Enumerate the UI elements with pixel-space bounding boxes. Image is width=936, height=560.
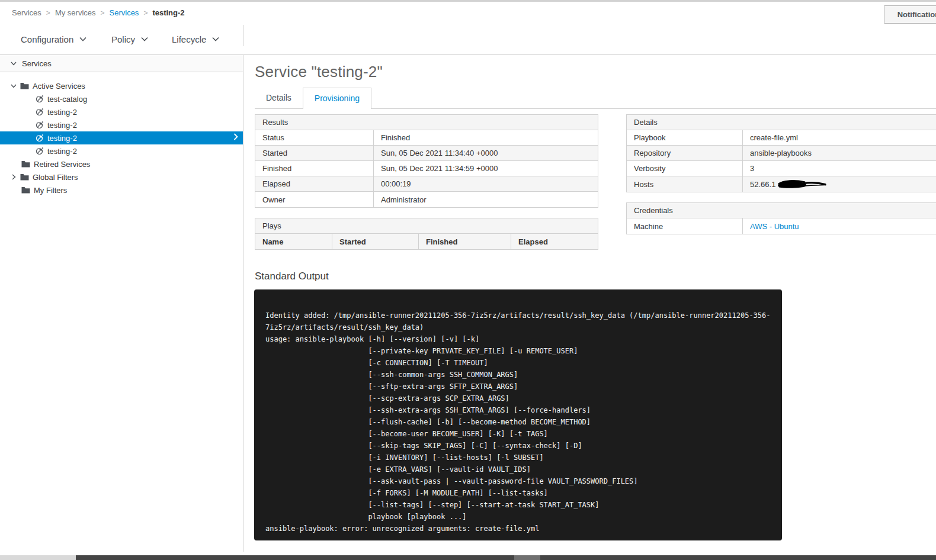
terminal-line: 7iz5rz/artifacts/result/ssh_key_data)	[265, 321, 771, 333]
folder-icon	[20, 82, 29, 89]
table-row: Verbosity 3	[627, 161, 936, 176]
terminal-line: [--ssh-extra-args SSH_EXTRA_ARGS] [--for…	[265, 404, 771, 416]
breadcrumb-separator: >	[143, 9, 148, 17]
row-value: 52.66.1	[743, 176, 936, 192]
column-header-elapsed: Elapsed	[511, 234, 598, 249]
row-value: Finished	[374, 130, 598, 145]
row-value: 3	[743, 161, 936, 176]
tree-item-label: testing-2	[47, 121, 77, 130]
configuration-menu-label: Configuration	[21, 34, 73, 44]
folder-icon	[21, 186, 30, 194]
tree-item-label: testing-2	[47, 147, 77, 156]
column-header-name: Name	[255, 234, 332, 249]
tree-item-testing-2-selected[interactable]: testing-2	[0, 131, 243, 144]
terminal-line: [-c CONNECTION] [-T TIMEOUT]	[265, 357, 771, 369]
column-header-started: Started	[332, 234, 419, 249]
terminal-line: [--ask-vault-pass | --vault-password-fil…	[265, 475, 771, 487]
terminal-line: [--private-key PRIVATE_KEY_FILE] [-u REM…	[265, 345, 771, 357]
table-row: Machine AWS - Ubuntu	[627, 218, 936, 234]
terminal-line: [--flush-cache] [-b] [--become-method BE…	[265, 416, 771, 428]
tree-item-test-catalog[interactable]: test-catalog	[0, 92, 243, 105]
row-label: Hosts	[627, 176, 743, 192]
details-table-title: Details	[627, 115, 936, 130]
tab-provisioning[interactable]: Provisioning	[303, 88, 371, 109]
terminal-line: [--become-user BECOME_USER] [-K] [-t TAG…	[265, 428, 771, 440]
breadcrumb-current: testing-2	[152, 8, 184, 17]
tree-item-retired-services[interactable]: Retired Services	[0, 157, 243, 170]
table-row: Elapsed 00:00:19	[255, 176, 598, 192]
stdout-heading: Standard Output	[255, 271, 329, 282]
notifications-button[interactable]: Notifications	[884, 5, 936, 24]
tree-item-label: testing-2	[47, 134, 77, 143]
tree-item-testing-2[interactable]: testing-2	[0, 118, 243, 131]
table-row: Owner Administrator	[255, 192, 598, 207]
folder-icon	[21, 160, 30, 168]
row-label: Started	[255, 146, 374, 160]
row-value: Administrator	[374, 192, 598, 207]
chevron-down-icon	[212, 37, 219, 41]
tree-item-label: Global Filters	[33, 173, 78, 182]
service-icon	[36, 134, 44, 142]
terminal-line: [--ssh-common-args SSH_COMMON_ARGS]	[265, 369, 771, 381]
breadcrumb-my-services[interactable]: My services	[55, 8, 96, 17]
chevron-right-icon[interactable]	[11, 174, 17, 180]
row-label: Elapsed	[255, 176, 374, 191]
application-window: Services > My services > Services > test…	[0, 0, 936, 560]
configuration-menu-button[interactable]: Configuration	[21, 30, 86, 49]
row-label: Playbook	[627, 130, 743, 145]
table-row: Finished Sun, 05 Dec 2021 11:34:59 +0000	[255, 161, 598, 176]
terminal-line: [--scp-extra-args SCP_EXTRA_ARGS]	[265, 392, 771, 404]
credentials-table: Credentials Machine AWS - Ubuntu	[626, 202, 936, 234]
tree-item-active-services[interactable]: Active Services	[0, 79, 243, 92]
row-label: Owner	[255, 192, 374, 207]
table-row: Started Sun, 05 Dec 2021 11:34:40 +0000	[255, 146, 598, 161]
machine-credential-link[interactable]: AWS - Ubuntu	[750, 222, 799, 231]
tab-details[interactable]: Details	[255, 88, 303, 109]
horizontal-scrollbar[interactable]	[76, 555, 936, 560]
terminal-line: playbook [playbook ...]	[265, 511, 771, 523]
page-title: Service "testing-2"	[255, 63, 383, 81]
table-row: Hosts 52.66.1	[627, 176, 936, 192]
tree-item-testing-2[interactable]: testing-2	[0, 105, 243, 118]
tabs: Details Provisioning	[255, 88, 371, 109]
service-icon	[36, 108, 44, 116]
plays-table-title: Plays	[255, 218, 598, 234]
row-value: Sun, 05 Dec 2021 11:34:59 +0000	[374, 161, 598, 176]
lifecycle-menu-button[interactable]: Lifecycle	[172, 30, 219, 49]
breadcrumb-services[interactable]: Services	[12, 8, 41, 17]
breadcrumb: Services > My services > Services > test…	[12, 8, 185, 17]
policy-menu-button[interactable]: Policy	[111, 30, 148, 49]
terminal-line: Identity added: /tmp/ansible-runner20211…	[265, 310, 771, 321]
tree-item-label: test-catalog	[47, 95, 87, 104]
breadcrumb-separator: >	[101, 9, 105, 17]
plays-column-headers: Name Started Finished Elapsed	[255, 234, 598, 249]
breadcrumb-separator: >	[46, 9, 50, 17]
row-value: 00:00:19	[374, 176, 598, 191]
terminal-line: [--sftp-extra-args SFTP_EXTRA_ARGS]	[265, 381, 771, 392]
row-label: Status	[255, 130, 374, 145]
row-label: Machine	[627, 218, 743, 234]
tree-item-global-filters[interactable]: Global Filters	[0, 170, 243, 184]
table-row: Playbook create-file.yml	[627, 130, 936, 146]
tree-item-label: My Filters	[34, 186, 67, 195]
terminal-line: usage: ansible-playbook [-h] [--version]…	[265, 333, 771, 345]
row-label: Repository	[627, 146, 743, 160]
breadcrumb-services-link[interactable]: Services	[110, 8, 139, 17]
terminal-line: [--skip-tags SKIP_TAGS] [-C] [--syntax-c…	[265, 440, 771, 452]
terminal-line: [-f FORKS] [-M MODULE_PATH] [--list-task…	[265, 487, 771, 499]
results-table-title: Results	[255, 115, 598, 130]
chevron-down-icon	[11, 62, 17, 66]
toolbar-divider	[243, 25, 244, 46]
details-table: Details Playbook create-file.yml Reposit…	[626, 114, 936, 192]
terminal-line: [-i INVENTORY] [--list-hosts] [-l SUBSET…	[265, 452, 771, 464]
table-row: Status Finished	[255, 130, 598, 146]
row-label: Finished	[255, 161, 374, 176]
tree-item-label: Retired Services	[34, 160, 90, 169]
scrollbar-track	[0, 555, 76, 560]
chevron-down-icon[interactable]	[11, 84, 17, 88]
scrollbar-thumb[interactable]	[514, 555, 540, 560]
tree-item-testing-2[interactable]: testing-2	[0, 144, 243, 157]
tree-item-my-filters[interactable]: My Filters	[0, 184, 243, 197]
services-accordion-header[interactable]: Services	[0, 55, 243, 72]
service-icon	[36, 147, 44, 155]
